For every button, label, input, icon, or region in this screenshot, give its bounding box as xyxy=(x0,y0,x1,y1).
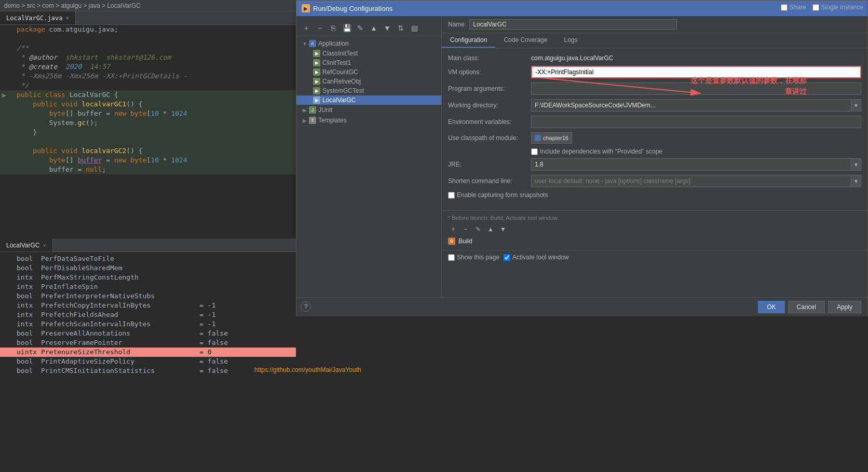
bl-edit-button[interactable]: ✎ xyxy=(473,224,483,234)
tree-item-application[interactable]: ▼ A Application xyxy=(296,38,441,49)
code-line: System.gc(); xyxy=(0,118,296,128)
remove-config-button[interactable]: − xyxy=(314,22,326,34)
bl-up-button[interactable]: ▲ xyxy=(485,224,496,234)
tree-item-refcountgc[interactable]: ▶ RefCountGC xyxy=(296,67,441,77)
shorten-cmd-row: Shorten command line: ▼ xyxy=(448,175,861,187)
include-deps-row: Include dependencies with "Provided" sco… xyxy=(448,148,861,155)
jre-combo: ▼ xyxy=(531,158,861,171)
output-line: bool PerfDisableSharedMem xyxy=(0,263,296,273)
ok-button[interactable]: OK xyxy=(758,301,784,313)
bl-down-button[interactable]: ▼ xyxy=(498,224,508,234)
vm-options-combo xyxy=(531,66,861,78)
share-label[interactable]: Share xyxy=(781,4,806,11)
save-config-button[interactable]: 💾 xyxy=(341,22,352,34)
tree-label-systemgctest: SystemGCTest xyxy=(322,87,364,94)
single-instance-checkbox[interactable] xyxy=(812,4,819,11)
code-line: buffer = null; xyxy=(0,165,296,174)
include-deps-label[interactable]: Include dependencies with "Provided" sco… xyxy=(531,148,662,155)
cancel-button[interactable]: Cancel xyxy=(788,301,825,313)
shorten-cmd-browse[interactable]: ▼ xyxy=(851,175,861,187)
code-line: byte[] buffer = new byte[10 * 1024 xyxy=(0,156,296,165)
tab-close-icon[interactable]: × xyxy=(65,15,69,21)
working-dir-browse-button[interactable]: ▼ xyxy=(851,99,861,112)
output-line-highlighted: uintx PretenureSizeThreshold = 0 {produc… xyxy=(0,348,296,357)
module-name: chapter16 xyxy=(543,135,568,141)
jre-browse-button[interactable]: ▼ xyxy=(851,158,861,171)
single-instance-label[interactable]: Single instance xyxy=(812,4,863,11)
tree-item-templates[interactable]: ▶ T Templates xyxy=(296,115,441,126)
tab-logs[interactable]: Logs xyxy=(555,33,586,48)
code-line: * @author shkstart shkstart@126.com xyxy=(0,53,296,62)
activate-tw-checkbox[interactable] xyxy=(504,254,510,261)
tab-localvargc[interactable]: LocalVarGC.java × xyxy=(0,11,76,24)
program-args-input[interactable] xyxy=(531,82,861,95)
classpath-row: Use classpath of module: chapter16 xyxy=(448,132,861,144)
tree-item-classinittest[interactable]: ▶ ClassInitTest xyxy=(296,49,441,58)
vm-options-input[interactable] xyxy=(531,66,861,78)
help-icon[interactable]: ? xyxy=(301,301,311,312)
jre-label: JRE: xyxy=(448,161,531,168)
junit-icon: J xyxy=(309,106,316,114)
config-form: Main class: com.atguigu.java.LocalVarGC … xyxy=(442,48,867,208)
output-tab-close[interactable]: × xyxy=(43,242,46,248)
enable-snapshots-label[interactable]: Enable capturing form snapshots xyxy=(448,191,548,199)
tree-item-clinittest1[interactable]: ▶ ClinitTest1 xyxy=(296,58,441,67)
env-vars-label: Environment variables: xyxy=(448,118,531,126)
bl-add-button[interactable]: + xyxy=(448,224,458,234)
tree-item-canreliveobj[interactable]: ▶ CanReliveObj xyxy=(296,77,441,86)
edit-config-button[interactable]: ✎ xyxy=(355,22,366,34)
enable-snapshots-checkbox[interactable] xyxy=(448,192,455,199)
vm-options-row: VM options: xyxy=(448,66,861,78)
code-line: public void localvarGC1() { xyxy=(0,100,296,109)
main-class-value: com.atguigu.java.LocalVarGC xyxy=(531,54,861,62)
tab-configuration[interactable]: Configuration xyxy=(442,33,495,48)
tree-item-localvargc[interactable]: ▶ LocalVarGC xyxy=(296,95,441,105)
env-vars-input[interactable] xyxy=(531,116,861,128)
config-panel: Name: Configuration Code Coverage Logs M… xyxy=(442,16,867,317)
move-up-button[interactable]: ▲ xyxy=(368,22,379,34)
include-deps-checkbox[interactable] xyxy=(531,148,538,155)
main-class-row: Main class: com.atguigu.java.LocalVarGC xyxy=(448,54,861,62)
copy-config-button[interactable]: ⎘ xyxy=(328,22,339,34)
move-down-button[interactable]: ▼ xyxy=(382,22,393,34)
activate-tw-label[interactable]: Activate tool window xyxy=(504,254,569,261)
dialog-body: + − ⎘ 💾 ✎ ▲ ▼ ⇅ ▤ ▼ A Application ▶ xyxy=(296,16,867,317)
name-input[interactable] xyxy=(469,19,677,30)
show-page-checkbox[interactable] xyxy=(448,254,455,261)
output-line: bool PrintAdaptiveSizePolicy = false {pr… xyxy=(0,357,296,366)
share-checkbox[interactable] xyxy=(781,4,788,11)
tab-code-coverage[interactable]: Code Coverage xyxy=(495,33,555,48)
module-icon xyxy=(535,135,541,141)
output-tab-localvargc[interactable]: LocalVarGC × xyxy=(0,239,53,252)
shorten-cmd-input[interactable] xyxy=(531,175,851,187)
config-icon-6: ▶ xyxy=(313,96,320,104)
add-config-button[interactable]: + xyxy=(301,22,312,34)
breadcrumb-text: demo > src > com > atguigu > java > Loca… xyxy=(4,2,141,9)
apply-button[interactable]: Apply xyxy=(828,301,861,313)
jre-input[interactable] xyxy=(531,158,851,171)
tree-label-templates: Templates xyxy=(318,117,347,124)
code-line xyxy=(0,137,296,146)
main-class-label: Main class: xyxy=(448,54,531,62)
output-area: LocalVarGC × bool PerfDataSaveToFile boo… xyxy=(0,239,296,472)
tree-label-localvargc: LocalVarGC xyxy=(322,96,356,104)
working-dir-input[interactable] xyxy=(531,99,851,112)
config-tree: + − ⎘ 💾 ✎ ▲ ▼ ⇅ ▤ ▼ A Application ▶ xyxy=(296,16,442,317)
tree-label-application: Application xyxy=(318,40,349,47)
config-icon-3: ▶ xyxy=(313,68,320,76)
bl-remove-button[interactable]: − xyxy=(460,224,471,234)
before-launch-header: * Before launch: Build, Activate tool wi… xyxy=(448,215,861,221)
right-bottom-area xyxy=(296,316,868,472)
module-badge: chapter16 xyxy=(531,132,572,144)
application-icon: A xyxy=(309,40,316,47)
sort-button[interactable]: ⇅ xyxy=(395,22,406,34)
tree-item-junit[interactable]: ▶ J JUnit xyxy=(296,105,441,115)
templates-icon: T xyxy=(309,117,316,124)
tree-label-classinittest: ClassInitTest xyxy=(322,50,358,57)
code-editor[interactable]: package com.atguigu.java; /** * @author … xyxy=(0,25,296,248)
output-tab-bar: LocalVarGC × xyxy=(0,239,296,252)
classpath-label: Use classpath of module: xyxy=(448,134,531,142)
filter-button[interactable]: ▤ xyxy=(409,22,420,34)
show-page-label[interactable]: Show this page xyxy=(448,254,499,261)
tree-item-systemgctest[interactable]: ▶ SystemGCTest xyxy=(296,86,441,95)
